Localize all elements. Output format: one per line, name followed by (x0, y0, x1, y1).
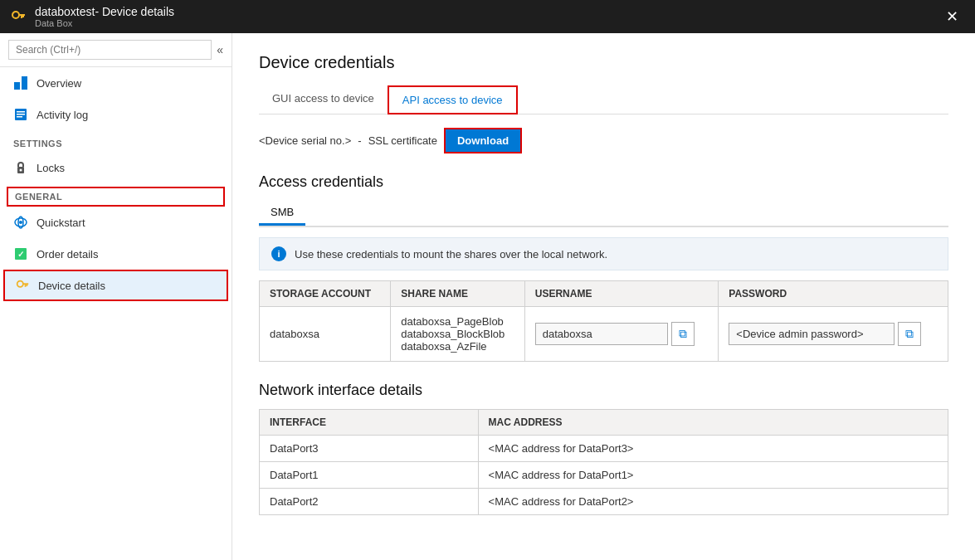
tab-api-access[interactable]: API access to device (388, 85, 518, 114)
col-username: USERNAME (524, 281, 719, 307)
download-button[interactable]: Download (444, 128, 522, 153)
title-bar: databoxtest- Device details Data Box ✕ (0, 0, 975, 33)
table-row: DataPort3 <MAC address for DataPort3> (260, 436, 948, 462)
network-table: INTERFACE MAC ADDRESS DataPort3 <MAC add… (259, 409, 948, 515)
cert-row: <Device serial no.> - SSL certificate Do… (259, 128, 948, 153)
svg-point-14 (19, 221, 22, 224)
svg-rect-9 (17, 116, 22, 118)
cell-mac-1: <MAC address for DataPort3> (478, 436, 948, 462)
cell-interface-3: DataPort2 (260, 489, 479, 515)
username-input[interactable] (535, 323, 668, 345)
col-interface: INTERFACE (260, 410, 479, 436)
sidebar-item-activity-log[interactable]: Activity log (0, 99, 232, 130)
network-details-title: Network interface details (259, 382, 948, 399)
general-section-label: GENERAL (7, 187, 225, 207)
share-name-1: databoxsa_PageBlob (401, 315, 514, 328)
close-button[interactable]: ✕ (939, 4, 965, 29)
settings-section-label: SETTINGS (0, 130, 232, 152)
copy-username-button[interactable]: ⧉ (671, 322, 695, 346)
svg-rect-7 (17, 111, 25, 113)
sidebar-item-label-locks: Locks (37, 162, 65, 174)
col-mac-address: MAC ADDRESS (478, 410, 948, 436)
svg-rect-8 (17, 114, 25, 115)
lock-icon (13, 160, 28, 175)
app-body: « Overview Activity log SETTINGS (0, 33, 975, 560)
key-icon (10, 8, 27, 25)
title-text-group: databoxtest- Device details Data Box (35, 5, 174, 28)
username-copy-field: ⧉ (535, 322, 709, 346)
window-subtitle: Data Box (35, 18, 174, 28)
svg-point-11 (20, 169, 22, 172)
table-header-row: STORAGE ACCOUNT SHARE NAME USERNAME PASS… (260, 281, 948, 307)
sidebar-item-label-device-details: Device details (38, 280, 105, 292)
table-row: DataPort1 <MAC address for DataPort1> (260, 462, 948, 489)
cell-storage-account: databoxsa (260, 307, 391, 362)
cell-username: ⧉ (524, 307, 719, 362)
cell-password: ⧉ (719, 307, 948, 362)
tab-gui-access[interactable]: GUI access to device (259, 85, 388, 114)
credentials-table: STORAGE ACCOUNT SHARE NAME USERNAME PASS… (259, 280, 948, 362)
sidebar-item-order-details[interactable]: ✓ Order details (0, 238, 232, 270)
quickstart-icon (13, 215, 28, 230)
access-credentials-title: Access credentials (259, 173, 948, 191)
password-input[interactable] (729, 323, 895, 345)
cell-interface-2: DataPort1 (260, 462, 479, 489)
smb-tab-bar: SMB (259, 201, 948, 227)
cell-mac-3: <MAC address for DataPort2> (478, 489, 948, 515)
info-banner: i Use these credentials to mount the sha… (259, 237, 948, 270)
ssl-cert-label: SSL certificate (368, 134, 437, 147)
device-serial-label: <Device serial no.> (259, 134, 351, 147)
svg-point-0 (12, 12, 19, 18)
sidebar-item-device-details[interactable]: Device details (3, 270, 228, 301)
sidebar-item-label-order-details: Order details (37, 248, 98, 261)
sidebar-item-overview[interactable]: Overview (0, 67, 232, 99)
info-icon: i (271, 246, 286, 261)
svg-text:✓: ✓ (17, 250, 24, 259)
activity-log-icon (13, 107, 28, 122)
sidebar-item-label-overview: Overview (37, 77, 81, 90)
window-title: databoxtest- Device details (35, 5, 174, 18)
search-input[interactable] (8, 40, 212, 60)
cell-interface-1: DataPort3 (260, 436, 479, 462)
order-details-icon: ✓ (13, 246, 28, 261)
search-bar: « (0, 33, 232, 67)
copy-password-button[interactable]: ⧉ (898, 322, 921, 346)
sidebar: « Overview Activity log SETTINGS (0, 33, 232, 560)
smb-tab[interactable]: SMB (259, 201, 305, 226)
page-title: Device credentials (259, 53, 948, 72)
collapse-button[interactable]: « (217, 43, 223, 56)
device-details-icon (15, 278, 30, 293)
sidebar-item-quickstart[interactable]: Quickstart (0, 207, 232, 238)
col-share-name: SHARE NAME (391, 281, 525, 307)
table-row: DataPort2 <MAC address for DataPort2> (260, 489, 948, 515)
svg-rect-4 (14, 82, 20, 90)
info-banner-text: Use these credentials to mount the share… (295, 248, 607, 261)
title-bar-left: databoxtest- Device details Data Box (10, 5, 174, 28)
overview-icon (13, 75, 28, 90)
col-storage-account: STORAGE ACCOUNT (260, 281, 391, 307)
cert-separator: - (358, 134, 361, 147)
sidebar-item-label-activity-log: Activity log (37, 109, 88, 121)
svg-point-17 (17, 281, 23, 287)
sidebar-item-label-quickstart: Quickstart (37, 217, 85, 229)
cell-mac-2: <MAC address for DataPort1> (478, 462, 948, 489)
share-name-2: databoxsa_BlockBlob (401, 328, 514, 340)
cell-share-names: databoxsa_PageBlob databoxsa_BlockBlob d… (391, 307, 525, 362)
table-row: databoxsa databoxsa_PageBlob databoxsa_B… (260, 307, 948, 362)
sidebar-item-locks[interactable]: Locks (0, 152, 232, 183)
col-password: PASSWORD (719, 281, 948, 307)
tab-bar: GUI access to device API access to devic… (259, 85, 948, 114)
main-content: Device credentials GUI access to device … (232, 33, 975, 560)
share-name-3: databoxsa_AzFile (401, 340, 514, 353)
password-copy-field: ⧉ (729, 322, 938, 346)
svg-rect-5 (22, 76, 27, 90)
network-header-row: INTERFACE MAC ADDRESS (260, 410, 948, 436)
